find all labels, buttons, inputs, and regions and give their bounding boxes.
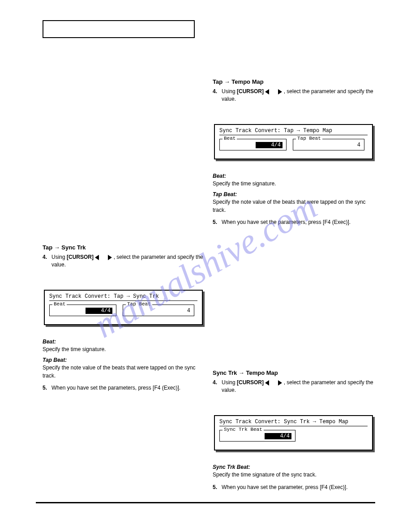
field-legend: Tap Beat <box>126 301 152 307</box>
panel-title: Sync Track Convert: Sync Trk → Tempo Map <box>219 419 368 426</box>
cursor-arrows <box>95 254 112 260</box>
section-title-box <box>43 20 195 38</box>
field-legend: Beat <box>52 301 67 307</box>
triangle-left-icon <box>265 380 269 386</box>
triangle-left-icon <box>265 89 269 94</box>
beat-desc: Specify the time signature. <box>43 346 204 353</box>
field-legend: Sync Trk Beat <box>223 427 264 432</box>
cursor-arrows <box>265 88 282 94</box>
title-text: Sync Track Convert: Sync Trk <box>219 419 313 425</box>
title-text: Sync Track Convert: Tap <box>219 128 297 134</box>
tapbeat-desc: Specify the note value of the beats that… <box>213 198 374 214</box>
triangle-right-icon <box>278 89 282 94</box>
tap-beat-field[interactable]: Tap Beat 4 <box>123 305 194 316</box>
cursor-key: [CURSOR] <box>237 379 265 386</box>
ui-panel-tap-sync: Sync Track Convert: Tap → Sync Trk Beat … <box>44 290 203 325</box>
ui-panel-sync-tempo: Sync Track Convert: Sync Trk → Tempo Map… <box>214 415 373 450</box>
tapbeat-label: Tap Beat: <box>213 191 237 197</box>
beat-field[interactable]: Beat 4/4 <box>49 305 116 316</box>
heading-tap-synctrk: Tap → Sync Trk <box>43 244 204 251</box>
sync-beat-value: 4/4 <box>265 433 291 439</box>
text: Using <box>222 88 237 94</box>
sync-beat-label: Sync Trk Beat: <box>213 464 250 470</box>
ui-panel-tap-tempo: Sync Track Convert: Tap → Tempo Map Beat… <box>214 124 373 159</box>
triangle-right-icon <box>108 255 112 260</box>
bullet-number: 5. <box>43 384 49 392</box>
beat-field[interactable]: Beat 4/4 <box>219 139 287 150</box>
bullet-number: 5. <box>213 484 219 491</box>
step-text: Using [CURSOR] , select the parameter an… <box>51 253 204 269</box>
title-text: Tempo Map <box>316 419 348 425</box>
step-text: Using [CURSOR] , select the parameter an… <box>222 88 374 103</box>
footer <box>36 502 375 505</box>
bullet-number: 4. <box>213 379 219 395</box>
heading-sync-tempo: Sync Trk → Tempo Map <box>213 369 374 376</box>
field-legend: Beat <box>223 136 237 141</box>
step-text: When you have set the parameter, press [… <box>222 484 347 491</box>
tapbeat-label: Tap Beat: <box>43 357 67 363</box>
triangle-left-icon <box>95 255 99 260</box>
bullet-number: 4. <box>213 88 219 103</box>
tap-value: 4 <box>334 142 360 148</box>
title-text: Sync Track Convert: Tap <box>49 293 127 300</box>
step-text: When you have set the parameters, press … <box>222 219 351 226</box>
beat-label: Beat: <box>213 173 226 179</box>
bullet-number: 5. <box>213 219 219 226</box>
title-text: Tempo Map <box>300 128 332 134</box>
panel-title: Sync Track Convert: Tap → Sync Trk <box>49 293 197 301</box>
text: Using <box>222 379 237 386</box>
sync-beat-field[interactable]: Sync Trk Beat 4/4 <box>219 430 295 442</box>
tap-beat-field[interactable]: Tap Beat 4 <box>293 139 364 150</box>
beat-desc: Specify the time signature. <box>213 180 374 188</box>
cursor-arrows <box>265 379 282 386</box>
tap-value: 4 <box>163 308 190 314</box>
sync-beat-desc: Specify the time signature of the sync t… <box>213 471 374 479</box>
field-legend: Tap Beat <box>296 136 322 141</box>
cursor-key: [CURSOR] <box>237 88 265 94</box>
triangle-right-icon <box>278 380 282 386</box>
beat-label: Beat: <box>43 339 56 345</box>
text: Using <box>51 254 67 260</box>
tapbeat-desc: Specify the note value of the beats that… <box>43 364 204 380</box>
step-text: When you have set the parameters, press … <box>51 384 180 392</box>
bullet-number: 4. <box>43 253 49 269</box>
heading-tap-tempo: Tap → Tempo Map <box>213 78 374 85</box>
cursor-key: [CURSOR] <box>67 254 95 260</box>
panel-title: Sync Track Convert: Tap → Tempo Map <box>219 128 368 135</box>
step-text: Using [CURSOR] , select the parameter an… <box>222 379 374 395</box>
beat-value: 4/4 <box>86 308 112 314</box>
beat-value: 4/4 <box>256 142 283 148</box>
title-text: Sync Trk <box>130 293 159 300</box>
